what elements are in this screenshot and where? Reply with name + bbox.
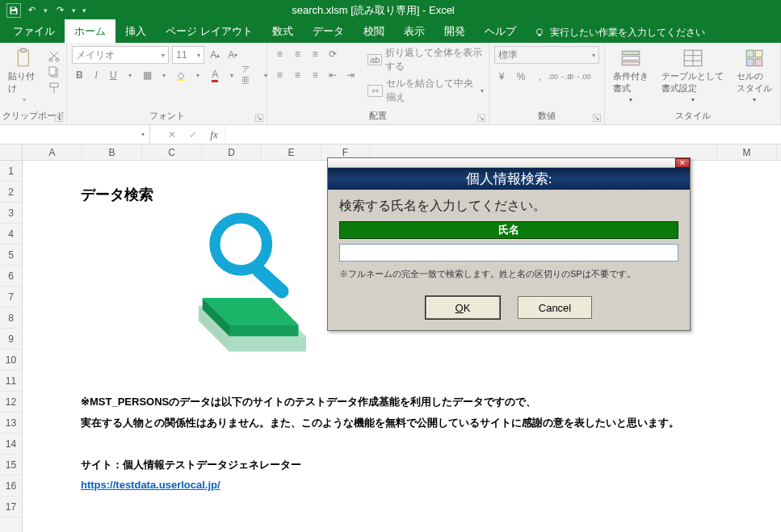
dropdown-icon[interactable]: ▾ xyxy=(157,67,171,83)
format-painter-icon[interactable] xyxy=(47,82,61,94)
row-header[interactable]: 11 xyxy=(0,371,22,392)
conditional-formatting-button[interactable]: 条件付き 書式 ▾ xyxy=(610,46,652,105)
undo-icon[interactable]: ↶ xyxy=(24,3,39,18)
fill-color-icon[interactable] xyxy=(174,67,188,83)
orientation-icon[interactable]: ⟳ xyxy=(325,46,340,62)
row-header[interactable]: 5 xyxy=(0,245,22,266)
number-group-label: 数値↘ xyxy=(489,108,604,124)
increase-indent-icon[interactable]: ⇥ xyxy=(343,67,358,83)
row-header[interactable]: 10 xyxy=(0,350,22,371)
row-header[interactable]: 2 xyxy=(0,182,22,203)
menu-developer[interactable]: 開発 xyxy=(435,19,475,43)
row-header[interactable]: 17 xyxy=(0,496,22,517)
align-left-icon[interactable]: ≡ xyxy=(272,67,287,83)
underline-button[interactable]: U xyxy=(106,67,120,83)
svg-rect-16 xyxy=(755,50,762,57)
phonetic-icon[interactable]: ア亜 xyxy=(241,67,256,83)
cut-icon[interactable] xyxy=(47,49,61,62)
align-top-icon[interactable]: ≡ xyxy=(272,46,287,62)
cell-styles-button[interactable]: セルの スタイル ▾ xyxy=(733,46,775,105)
ribbon-group-alignment: ≡ ≡ ≡ ⟳ ≡ ≡ ≡ ⇤ ⇥ ab xyxy=(267,43,489,124)
menu-help[interactable]: ヘルプ xyxy=(475,19,526,43)
row-header[interactable]: 6 xyxy=(0,266,22,287)
cancel-formula-icon[interactable]: ✕ xyxy=(162,129,183,140)
format-as-table-button[interactable]: テーブルとして 書式設定 ▾ xyxy=(658,46,727,105)
menu-formulas[interactable]: 数式 xyxy=(262,19,303,43)
increase-decimal-icon[interactable]: .00→.0 xyxy=(552,69,567,85)
font-color-icon[interactable]: A xyxy=(208,67,222,83)
dropdown-icon[interactable]: ▾ xyxy=(123,67,137,83)
dialog-launcher-icon[interactable]: ↘ xyxy=(255,114,263,122)
dialog-launcher-icon[interactable]: ↘ xyxy=(55,114,63,122)
comma-icon[interactable]: , xyxy=(533,69,548,85)
row-header[interactable]: 13 xyxy=(0,413,22,434)
enter-formula-icon[interactable]: ✓ xyxy=(183,129,204,140)
copy-icon[interactable] xyxy=(47,65,61,78)
cancel-button[interactable]: Cancel xyxy=(518,296,592,319)
paste-button[interactable]: 貼り付け ▾ xyxy=(5,46,44,105)
row-header[interactable]: 14 xyxy=(0,434,22,455)
name-box[interactable]: ▾ xyxy=(0,125,150,144)
decrease-font-icon[interactable]: A▾ xyxy=(225,47,240,63)
wrap-text-button[interactable]: ab 折り返して全体を表示する xyxy=(367,46,484,73)
number-format-combo[interactable]: 標準▾ xyxy=(494,46,599,64)
dialog-launcher-icon[interactable]: ↘ xyxy=(593,114,601,122)
align-right-icon[interactable]: ≡ xyxy=(308,67,322,83)
row-header[interactable]: 1 xyxy=(0,161,22,182)
align-middle-icon[interactable]: ≡ xyxy=(290,46,304,62)
row-header[interactable]: 7 xyxy=(0,287,22,308)
row-header[interactable]: 4 xyxy=(0,224,22,245)
row-header[interactable]: 16 xyxy=(0,475,22,496)
undo-dropdown-icon[interactable]: ▾ xyxy=(42,6,49,15)
align-center-icon[interactable]: ≡ xyxy=(290,67,304,83)
dialog-launcher-icon[interactable]: ↘ xyxy=(477,114,485,122)
col-header-a[interactable]: A xyxy=(23,145,82,160)
font-name-combo[interactable]: メイリオ▾ xyxy=(72,46,169,64)
col-header-d[interactable]: D xyxy=(202,145,262,160)
row-header[interactable]: 15 xyxy=(0,455,22,475)
bold-button[interactable]: B xyxy=(72,67,86,83)
menu-insert[interactable]: 挿入 xyxy=(115,19,156,43)
search-graphic-icon[interactable] xyxy=(168,206,321,359)
redo-dropdown-icon[interactable]: ▾ xyxy=(70,6,78,15)
increase-font-icon[interactable]: A▴ xyxy=(208,47,222,63)
insert-function-icon[interactable]: fx xyxy=(204,128,225,141)
decrease-decimal-icon[interactable]: .0→.00 xyxy=(572,69,586,85)
col-header-m[interactable]: M xyxy=(717,145,777,160)
menu-home[interactable]: ホーム xyxy=(65,19,115,43)
dialog-note: ※フルネームの完全一致で検索します。姓と名の区切りのSPは不要です。 xyxy=(339,268,678,280)
dropdown-icon[interactable]: ▾ xyxy=(191,67,205,83)
site-link[interactable]: https://testdata.userlocal.jp/ xyxy=(81,479,220,491)
align-bottom-icon[interactable]: ≡ xyxy=(308,46,322,62)
currency-icon[interactable]: ¥ xyxy=(494,69,509,85)
menu-file[interactable]: ファイル xyxy=(3,19,65,43)
menu-review[interactable]: 校閲 xyxy=(354,19,394,43)
col-header-e[interactable]: E xyxy=(262,145,321,160)
col-header-b[interactable]: B xyxy=(82,145,142,160)
col-header-c[interactable]: C xyxy=(142,145,202,160)
font-size-combo[interactable]: 11▾ xyxy=(172,46,204,64)
row-header[interactable]: 12 xyxy=(0,392,22,413)
redo-icon[interactable]: ↷ xyxy=(52,3,67,18)
close-button[interactable]: ✕ xyxy=(675,158,690,168)
row-header[interactable]: 8 xyxy=(0,308,22,329)
decrease-indent-icon[interactable]: ⇤ xyxy=(325,67,340,83)
svg-rect-13 xyxy=(622,61,640,65)
menu-view[interactable]: 表示 xyxy=(394,19,435,43)
ok-button[interactable]: OK xyxy=(426,296,500,319)
dropdown-icon[interactable]: ▾ xyxy=(225,67,239,83)
italic-button[interactable]: I xyxy=(89,67,103,83)
menu-data[interactable]: データ xyxy=(303,19,354,43)
tell-me-search[interactable]: 実行したい作業を入力してください xyxy=(526,23,713,43)
name-input[interactable] xyxy=(339,244,678,262)
select-all-corner[interactable] xyxy=(0,145,23,161)
save-icon[interactable] xyxy=(6,3,21,18)
percent-icon[interactable]: % xyxy=(514,69,528,85)
menu-page-layout[interactable]: ページ レイアウト xyxy=(156,19,262,43)
merge-center-button[interactable]: ⇿ セルを結合して中央揃え ▾ xyxy=(367,77,484,104)
row-header[interactable]: 3 xyxy=(0,203,22,224)
border-icon[interactable]: ▦ xyxy=(140,67,154,83)
qat-customize-icon[interactable]: ▾ xyxy=(81,6,88,15)
row-header[interactable]: 9 xyxy=(0,329,22,350)
formula-input[interactable] xyxy=(225,125,781,144)
